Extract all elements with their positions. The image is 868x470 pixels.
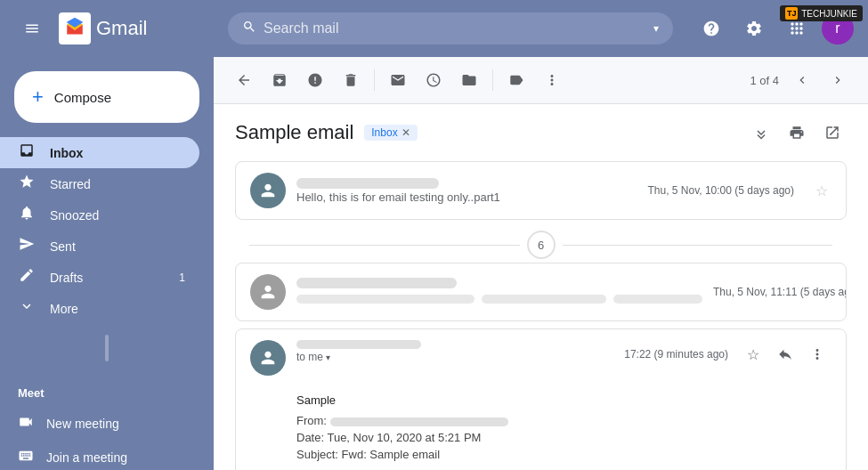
- thread-count-bubble[interactable]: 6: [527, 231, 556, 259]
- body-from-field: From:: [296, 414, 831, 427]
- app-name-label: Gmail: [96, 17, 147, 40]
- message-1-info: Hello, this is for email testing only..p…: [296, 178, 637, 204]
- message-3-reply-button[interactable]: [771, 340, 799, 369]
- spam-button[interactable]: [299, 64, 331, 96]
- starred-icon: [18, 174, 36, 194]
- message-3-sender-row: [296, 340, 613, 349]
- body-sample-text: Sample: [296, 393, 831, 407]
- compose-button[interactable]: + Compose: [14, 71, 199, 123]
- email-message-3: to me ▾ 17:22 (9 minutes ago) ☆: [235, 328, 847, 470]
- more-actions-button[interactable]: [536, 64, 568, 96]
- sidebar-snoozed-label: Snoozed: [50, 208, 99, 223]
- message-1-header[interactable]: Hello, this is for email testing only..p…: [236, 162, 846, 219]
- tag-close-button[interactable]: ✕: [402, 126, 410, 139]
- body-subject-field: Subject: Fwd: Sample email: [296, 448, 831, 461]
- join-meeting-item[interactable]: Join a meeting: [0, 441, 214, 470]
- sidebar-item-more[interactable]: More: [0, 293, 199, 324]
- to-me-label: to me: [296, 351, 323, 363]
- message-1-time: Thu, 5 Nov, 10:00 (5 days ago): [647, 184, 794, 197]
- keyboard-icon: [18, 448, 34, 467]
- message-3-body: Sample From: Date: Tue, Nov 10, 2020 at …: [236, 386, 846, 470]
- archive-button[interactable]: [264, 64, 296, 96]
- message-3-more-button[interactable]: [803, 340, 831, 369]
- message-1-avatar: [250, 173, 286, 208]
- message-3-header: to me ▾ 17:22 (9 minutes ago) ☆: [236, 329, 846, 386]
- message-3-actions: 17:22 (9 minutes ago) ☆: [624, 340, 831, 369]
- to-me-dropdown-button[interactable]: ▾: [326, 352, 330, 362]
- settings-button[interactable]: [736, 11, 772, 46]
- inbox-icon: [18, 142, 36, 163]
- sidebar-item-snoozed[interactable]: Snoozed: [0, 199, 199, 231]
- new-meeting-item[interactable]: New meeting: [0, 407, 214, 441]
- message-1-star-button[interactable]: ☆: [812, 179, 831, 203]
- message-3-time: 17:22 (9 minutes ago): [624, 348, 728, 361]
- move-to-button[interactable]: [453, 64, 485, 96]
- delete-button[interactable]: [335, 64, 367, 96]
- compose-label: Compose: [54, 90, 111, 105]
- search-bar[interactable]: ▾: [228, 12, 673, 45]
- gmail-g-icon: [59, 12, 91, 45]
- sidebar-scrollbar: [105, 335, 109, 361]
- expand-all-button[interactable]: [747, 118, 775, 147]
- email-subject-row: Sample email Inbox ✕: [235, 118, 847, 147]
- sidebar-drafts-label: Drafts: [50, 271, 83, 285]
- email-subject-text: Sample email: [235, 121, 353, 144]
- print-button[interactable]: [783, 118, 811, 147]
- from-value-blur: [330, 417, 508, 426]
- join-meeting-label: Join a meeting: [46, 450, 127, 465]
- inbox-tag-label: Inbox: [371, 126, 397, 139]
- techjunkie-badge: TJ TECHJUNKIE: [780, 5, 863, 21]
- sender-name-row-1: [296, 178, 637, 189]
- email-message-1: Hello, this is for email testing only..p…: [235, 161, 847, 220]
- search-icon: [242, 20, 256, 37]
- help-button[interactable]: [694, 11, 729, 46]
- message-3-sender-blur: [296, 340, 421, 349]
- inbox-tag: Inbox ✕: [364, 125, 417, 141]
- sent-icon: [18, 236, 36, 256]
- thread-divider: 6: [235, 227, 847, 263]
- message-3-avatar: [250, 340, 286, 376]
- back-button[interactable]: [228, 64, 260, 96]
- sidebar-sent-label: Sent: [50, 239, 76, 254]
- main-layout: + Compose Inbox Starred: [0, 57, 868, 470]
- label-button[interactable]: [500, 64, 532, 96]
- more-chevron-icon: [18, 298, 36, 319]
- sidebar-item-drafts[interactable]: Drafts 1: [0, 262, 199, 293]
- message-2-header[interactable]: Thu, 5 Nov, 11:11 (5 days ago) ☆: [236, 263, 846, 320]
- toolbar-divider-1: [374, 69, 375, 91]
- sidebar-item-sent[interactable]: Sent: [0, 231, 199, 262]
- search-input[interactable]: [264, 20, 639, 36]
- subject-actions: [747, 118, 847, 147]
- sidebar-nav: Inbox Starred Snoozed Sent: [0, 137, 214, 324]
- email-message-2: Thu, 5 Nov, 11:11 (5 days ago) ☆: [235, 263, 847, 321]
- meet-header-label: Meet: [0, 379, 214, 407]
- compose-plus-icon: +: [32, 85, 44, 109]
- hamburger-menu-button[interactable]: [14, 11, 50, 46]
- content-area: 1 of 4 Sample email Inbox ✕: [214, 57, 868, 470]
- message-3-star-button[interactable]: ☆: [739, 340, 767, 369]
- gmail-logo: Gmail: [59, 12, 147, 45]
- search-dropdown-icon[interactable]: ▾: [653, 22, 659, 35]
- preview-blur-2b: [482, 295, 606, 304]
- open-in-window-button[interactable]: [818, 118, 847, 147]
- preview-blur-2c: [613, 295, 702, 304]
- mark-unread-button[interactable]: [382, 64, 414, 96]
- page-indicator: 1 of 4: [750, 74, 779, 87]
- sidebar-more-label: More: [50, 302, 78, 316]
- sender-name-blur-2: [296, 278, 457, 288]
- from-label: From:: [296, 414, 327, 427]
- next-email-button[interactable]: [822, 64, 854, 96]
- drafts-badge: 1: [179, 271, 185, 284]
- sidebar-item-starred[interactable]: Starred: [0, 168, 199, 199]
- message-3-meta: to me ▾: [296, 340, 613, 363]
- techjunkie-label: TECHJUNKIE: [801, 9, 857, 19]
- sidebar-item-inbox[interactable]: Inbox: [0, 137, 199, 168]
- sidebar: + Compose Inbox Starred: [0, 57, 214, 470]
- snooze-button[interactable]: [418, 64, 450, 96]
- preview-blur-2a: [296, 295, 475, 304]
- prev-email-button[interactable]: [786, 64, 818, 96]
- message-2-time: Thu, 5 Nov, 11:11 (5 days ago): [713, 286, 847, 298]
- message-2-avatar: [250, 274, 286, 310]
- new-meeting-label: New meeting: [46, 417, 119, 431]
- toolbar-divider-2: [492, 69, 493, 91]
